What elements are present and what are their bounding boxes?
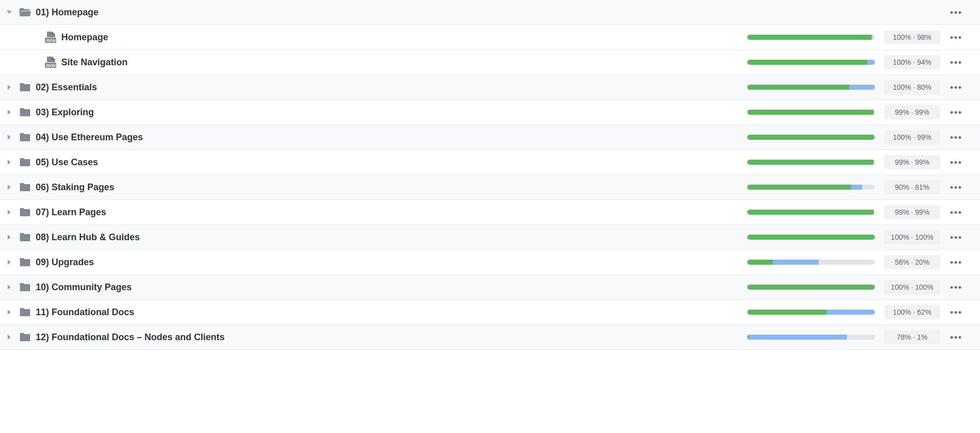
item-name[interactable]: 05) Use Cases xyxy=(36,157,742,168)
more-horizontal-icon xyxy=(950,286,961,289)
more-horizontal-icon xyxy=(950,111,961,114)
folder-row: 07) Learn Pages99% · 99% xyxy=(0,200,980,225)
item-name[interactable]: 11) Foundational Docs xyxy=(36,307,742,318)
item-name[interactable]: 09) Upgrades xyxy=(36,257,742,268)
progress-stats: 100% · 94% xyxy=(884,55,940,69)
expand-toggle[interactable] xyxy=(0,310,18,315)
item-name[interactable]: Site Navigation xyxy=(61,57,742,68)
progress-bar xyxy=(742,135,880,140)
row-menu-button[interactable] xyxy=(940,186,971,189)
chevron-right-icon xyxy=(8,210,11,215)
folder-icon xyxy=(18,307,36,317)
progress-translated-segment xyxy=(874,135,875,140)
folder-icon xyxy=(18,82,36,92)
progress-approved-segment xyxy=(747,160,874,165)
more-horizontal-icon xyxy=(950,336,961,339)
more-horizontal-icon xyxy=(950,11,961,14)
progress-approved-segment xyxy=(747,235,875,240)
folder-icon xyxy=(18,182,36,192)
progress-translated-segment xyxy=(867,60,875,65)
progress-approved-segment xyxy=(747,285,875,290)
progress-bar xyxy=(742,210,880,215)
expand-toggle[interactable] xyxy=(0,110,18,115)
more-horizontal-icon xyxy=(950,61,961,64)
progress-stats: 100% · 62% xyxy=(884,305,940,319)
progress-stats: 99% · 99% xyxy=(884,105,940,119)
row-menu-button[interactable] xyxy=(940,36,971,39)
expand-toggle[interactable] xyxy=(0,135,18,140)
expand-toggle[interactable] xyxy=(0,260,18,265)
row-menu-button[interactable] xyxy=(940,61,971,64)
progress-bar xyxy=(742,185,880,190)
progress-bar xyxy=(742,85,880,90)
progress-approved-segment xyxy=(747,185,851,190)
folder-row: 09) Upgrades56% · 20% xyxy=(0,250,980,275)
row-menu-button[interactable] xyxy=(940,111,971,114)
progress-stats: 100% · 100% xyxy=(884,230,940,244)
row-menu-button[interactable] xyxy=(940,136,971,139)
row-menu-button[interactable] xyxy=(940,236,971,239)
progress-translated-segment xyxy=(749,335,847,340)
folder-row: 05) Use Cases99% · 99% xyxy=(0,150,980,175)
progress-approved-segment xyxy=(747,135,874,140)
row-menu-button[interactable] xyxy=(940,11,971,14)
folder-row: 10) Community Pages100% · 100% xyxy=(0,275,980,300)
row-menu-button[interactable] xyxy=(940,261,971,264)
row-menu-button[interactable] xyxy=(940,161,971,164)
chevron-right-icon xyxy=(8,135,11,140)
row-menu-button[interactable] xyxy=(940,86,971,89)
item-name[interactable]: 10) Community Pages xyxy=(36,282,742,293)
expand-toggle[interactable] xyxy=(0,85,18,90)
chevron-right-icon xyxy=(8,185,11,190)
item-name[interactable]: 07) Learn Pages xyxy=(36,207,742,218)
progress-stats: 56% · 20% xyxy=(884,255,940,269)
progress-approved-segment xyxy=(747,110,874,115)
expand-toggle[interactable] xyxy=(0,235,18,240)
file-row: JSONHomepage100% · 98% xyxy=(0,25,980,50)
chevron-right-icon xyxy=(8,85,11,90)
expand-toggle[interactable] xyxy=(0,210,18,215)
json-file-icon: JSON xyxy=(44,57,61,68)
folder-row: 12) Foundational Docs – Nodes and Client… xyxy=(0,325,980,350)
progress-bar xyxy=(742,160,880,165)
progress-bar xyxy=(742,235,880,240)
folder-icon xyxy=(18,332,36,342)
folder-icon xyxy=(18,257,36,267)
item-name[interactable]: 03) Exploring xyxy=(36,107,742,118)
item-name[interactable]: 01) Homepage xyxy=(36,7,742,18)
row-menu-button[interactable] xyxy=(940,311,971,314)
progress-translated-segment xyxy=(871,35,873,40)
folder-row: 02) Essentials100% · 80% xyxy=(0,75,980,100)
expand-toggle[interactable] xyxy=(0,335,18,340)
folder-row: 03) Exploring99% · 99% xyxy=(0,100,980,125)
chevron-right-icon xyxy=(8,160,11,165)
row-menu-button[interactable] xyxy=(940,286,971,289)
progress-stats: 100% · 98% xyxy=(884,30,940,44)
expand-toggle[interactable] xyxy=(0,160,18,165)
expand-toggle[interactable] xyxy=(0,11,18,14)
item-name[interactable]: 12) Foundational Docs – Nodes and Client… xyxy=(36,332,742,343)
more-horizontal-icon xyxy=(950,186,961,189)
chevron-right-icon xyxy=(8,260,11,265)
expand-toggle[interactable] xyxy=(0,285,18,290)
more-horizontal-icon xyxy=(950,236,961,239)
row-menu-button[interactable] xyxy=(940,336,971,339)
item-name[interactable]: Homepage xyxy=(61,32,742,43)
progress-bar xyxy=(742,335,880,340)
folder-row: 11) Foundational Docs100% · 62% xyxy=(0,300,980,325)
progress-approved-segment xyxy=(747,210,874,215)
expand-toggle[interactable] xyxy=(0,185,18,190)
item-name[interactable]: 02) Essentials xyxy=(36,82,742,93)
chevron-right-icon xyxy=(8,235,11,240)
item-name[interactable]: 06) Staking Pages xyxy=(36,182,742,193)
progress-approved-segment xyxy=(747,260,773,265)
folder-icon xyxy=(18,157,36,167)
item-name[interactable]: 04) Use Ethereum Pages xyxy=(36,132,742,143)
file-tree: 01) HomepageJSONHomepage100% · 98%JSONSi… xyxy=(0,0,980,350)
progress-stats: 90% · 81% xyxy=(884,180,940,194)
progress-approved-segment xyxy=(747,60,867,65)
progress-stats: 99% · 99% xyxy=(884,155,940,169)
row-menu-button[interactable] xyxy=(940,211,971,214)
more-horizontal-icon xyxy=(950,211,961,214)
item-name[interactable]: 08) Learn Hub & Guides xyxy=(36,232,742,243)
